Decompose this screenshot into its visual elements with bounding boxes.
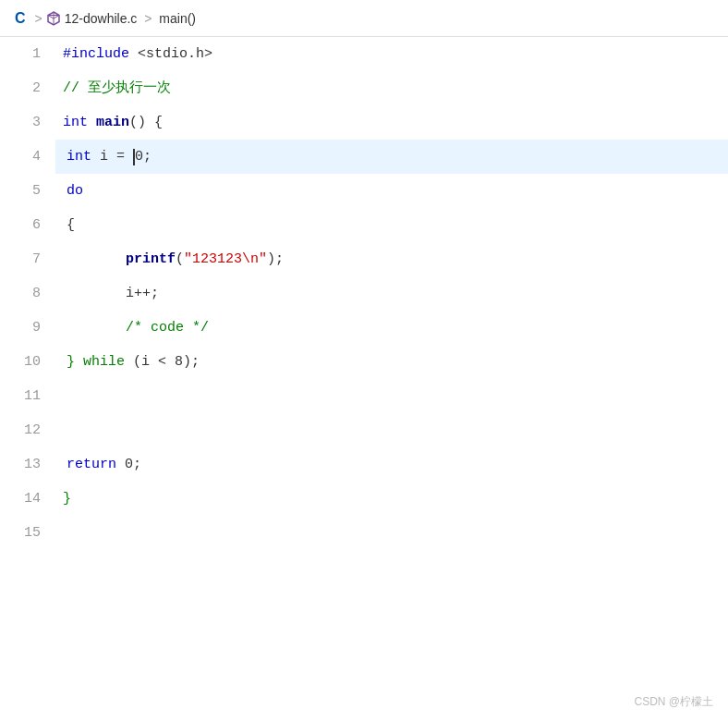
line-num-15: 15 [0,516,55,550]
while-keyword: while [83,345,125,379]
line-num-3: 3 [0,105,55,140]
printf-funcname: printf [126,242,176,276]
int-keyword-4: int [67,140,91,174]
main-funcname: main [96,105,129,140]
line-num-4: 4 [0,140,55,174]
breadcrumb-bar: C > 12-dowhile.c > main() [0,0,728,37]
breadcrumb-lang: C [15,10,26,27]
close-brace-while: } [67,345,75,379]
code-line-10: } while (i < 8); [55,345,728,379]
editor-container: 1 2 3 4 5 6 7 8 9 10 11 12 13 14 15 #inc… [0,37,728,721]
code-line-2: // 至少执行一次 [55,71,728,105]
code-line-6: { [55,208,728,242]
line-numbers: 1 2 3 4 5 6 7 8 9 10 11 12 13 14 15 [0,37,55,721]
do-keyword: do [67,174,83,208]
code-line-13: return 0; [55,447,728,482]
comment-line2: // 至少执行一次 [63,71,171,105]
code-line-12 [55,413,728,447]
string-literal: "123123\n" [184,242,267,276]
breadcrumb-sep2: > [140,11,155,26]
line-num-11: 11 [0,379,55,413]
line-num-6: 6 [0,208,55,242]
code-line-4: int i = 0; [55,140,728,174]
code-line-1: #include <stdio.h> [55,37,728,71]
line-num-5: 5 [0,174,55,208]
line-num-14: 14 [0,482,55,516]
code-area[interactable]: #include <stdio.h> // 至少执行一次 int main() … [55,37,728,721]
cube-icon [46,11,61,26]
breadcrumb-filename: 12-dowhile.c [65,11,138,26]
block-comment: /* code */ [126,311,209,345]
return-keyword: return [67,447,116,482]
code-line-8: i++; [55,276,728,311]
code-line-14: } [55,482,728,516]
line-num-2: 2 [0,71,55,105]
line-num-13: 13 [0,447,55,482]
line-num-8: 8 [0,276,55,311]
code-line-15 [55,516,728,550]
code-line-5: do [55,174,728,208]
line-num-9: 9 [0,311,55,345]
breadcrumb-sep1: > [35,11,42,26]
code-line-11 [55,379,728,413]
int-keyword-3: int [63,105,88,140]
close-brace-main: } [63,482,71,516]
watermark: CSDN @柠檬土 [634,694,713,710]
breadcrumb-func: main() [159,11,196,26]
line-num-10: 10 [0,345,55,379]
code-line-7: printf("123123\n"); [55,242,728,276]
line-num-7: 7 [0,242,55,276]
code-line-9: /* code */ [55,311,728,345]
line-num-12: 12 [0,413,55,447]
line-num-1: 1 [0,37,55,71]
code-line-3: int main() { [55,105,728,140]
include-keyword: #include [63,37,129,71]
